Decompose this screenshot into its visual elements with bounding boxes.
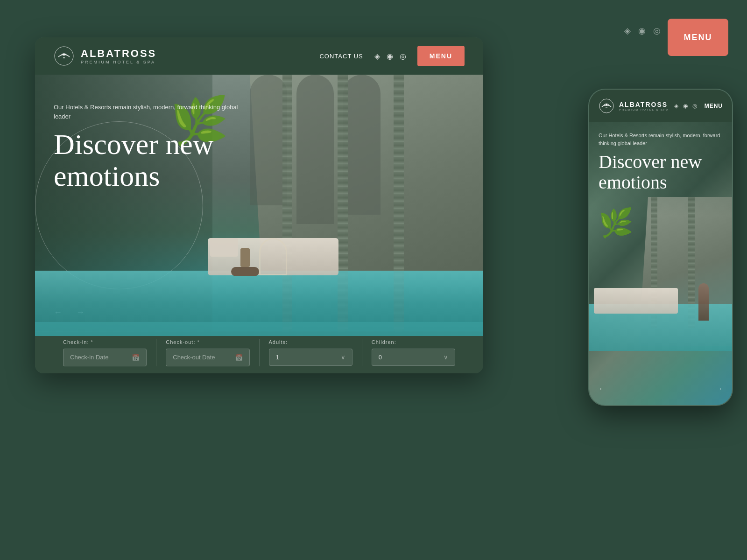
- desktop-logo-text: ALBATROSS PREMIUM HOTEL & SPA: [81, 48, 156, 64]
- svg-point-2: [599, 99, 613, 113]
- checkout-label: Check-out: *: [166, 339, 249, 345]
- mobile-logo-text: ALBATROSS PREMIUM HOTEL & SPA: [619, 101, 669, 111]
- mobile-hero-title: Discover new emotions: [599, 152, 723, 193]
- adults-value: 1: [276, 354, 279, 361]
- mobile-hero-content: Our Hotels & Resorts remain stylish, mod…: [599, 132, 723, 193]
- mobile-menu-label[interactable]: MENU: [705, 103, 723, 109]
- desktop-logo-icon: [54, 46, 74, 66]
- mobile-foursquare-icon[interactable]: ◈: [674, 103, 678, 110]
- mobile-tripadvisor-icon[interactable]: ◉: [683, 103, 688, 110]
- bg-menu-button[interactable]: MENU: [668, 19, 728, 56]
- mobile-logo-icon: [599, 98, 614, 114]
- checkout-placeholder: Check-out Date: [173, 354, 215, 361]
- desktop-mockup: ALBATROSS PREMIUM HOTEL & SPA CONTACT US…: [35, 37, 483, 373]
- desktop-logo-subtitle: PREMIUM HOTEL & SPA: [81, 60, 156, 64]
- mobile-prev-arrow[interactable]: ←: [599, 385, 606, 393]
- desktop-hero-title: Discover new emotions: [54, 128, 240, 192]
- bg-foursquare-icon: ◈: [624, 26, 631, 36]
- mobile-nav-icons: ◈ ◉ ◎ MENU: [674, 103, 723, 110]
- bg-tripadvisor-icon: ◉: [638, 26, 646, 36]
- calendar-icon: 📅: [132, 354, 140, 361]
- checkin-input[interactable]: Check-in Date 📅: [63, 349, 147, 366]
- desktop-hero-subtitle: Our Hotels & Resorts remain stylish, mod…: [54, 103, 240, 121]
- mobile-instagram-icon[interactable]: ◎: [692, 103, 697, 110]
- children-field: Children: 0 ∨: [362, 339, 465, 366]
- bg-instagram-icon: ◎: [653, 26, 661, 36]
- desktop-social-icons: ◈ ◉ ◎: [374, 52, 406, 61]
- checkout-input[interactable]: Check-out Date 📅: [166, 349, 249, 366]
- adults-chevron: ∨: [341, 354, 345, 361]
- checkin-placeholder: Check-in Date: [70, 354, 108, 361]
- svg-point-1: [63, 54, 65, 56]
- desktop-hero: 🌿 Our Hotels & Resorts remain stylish, m…: [35, 75, 483, 336]
- checkin-field: Check-in: * Check-in Date 📅: [54, 339, 156, 366]
- calendar-icon-2: 📅: [235, 354, 243, 361]
- svg-point-3: [606, 104, 607, 105]
- desktop-logo-name: ALBATROSS: [81, 48, 156, 60]
- mobile-hero-arrows: ← →: [599, 385, 723, 393]
- mobile-mockup: ALBATROSS PREMIUM HOTEL & SPA ◈ ◉ ◎ MENU…: [588, 89, 733, 406]
- adults-label: Adults:: [269, 339, 352, 345]
- desktop-tripadvisor-icon[interactable]: ◉: [387, 52, 393, 61]
- svg-point-0: [55, 47, 73, 65]
- desktop-navbar: ALBATROSS PREMIUM HOTEL & SPA CONTACT US…: [35, 37, 483, 75]
- mobile-navbar: ALBATROSS PREMIUM HOTEL & SPA ◈ ◉ ◎ MENU: [589, 90, 732, 122]
- adults-select[interactable]: 1 ∨: [269, 349, 352, 366]
- desktop-logo-area: ALBATROSS PREMIUM HOTEL & SPA: [54, 46, 156, 66]
- mobile-next-arrow[interactable]: →: [715, 385, 723, 393]
- checkin-label: Check-in: *: [63, 339, 147, 345]
- mobile-logo-area: ALBATROSS PREMIUM HOTEL & SPA: [599, 98, 669, 114]
- mobile-hero: 🌿 Our Hotels & Resorts remain stylish, m…: [589, 122, 732, 406]
- adults-field: Adults: 1 ∨: [260, 339, 362, 366]
- children-chevron: ∨: [444, 354, 448, 361]
- bg-social-icons: ◈ ◉ ◎: [624, 26, 661, 36]
- bg-menu-label: MENU: [684, 33, 712, 42]
- children-select[interactable]: 0 ∨: [372, 349, 455, 366]
- desktop-foursquare-icon[interactable]: ◈: [374, 52, 380, 61]
- desktop-contact-link[interactable]: CONTACT US: [319, 53, 363, 60]
- mobile-logo-name: ALBATROSS: [619, 101, 669, 108]
- children-label: Children:: [372, 339, 455, 345]
- desktop-instagram-icon[interactable]: ◎: [400, 52, 406, 61]
- desktop-booking-bar: Check-in: * Check-in Date 📅 Check-out: *…: [35, 331, 483, 373]
- mobile-logo-subtitle: PREMIUM HOTEL & SPA: [619, 108, 669, 111]
- desktop-hero-content: Our Hotels & Resorts remain stylish, mod…: [54, 103, 240, 192]
- desktop-nav-right: CONTACT US ◈ ◉ ◎ MENU: [319, 46, 465, 66]
- desktop-menu-button[interactable]: MENU: [417, 46, 465, 66]
- children-value: 0: [379, 354, 382, 361]
- mobile-hero-subtitle: Our Hotels & Resorts remain stylish, mod…: [599, 132, 723, 147]
- checkout-field: Check-out: * Check-out Date 📅: [156, 339, 259, 366]
